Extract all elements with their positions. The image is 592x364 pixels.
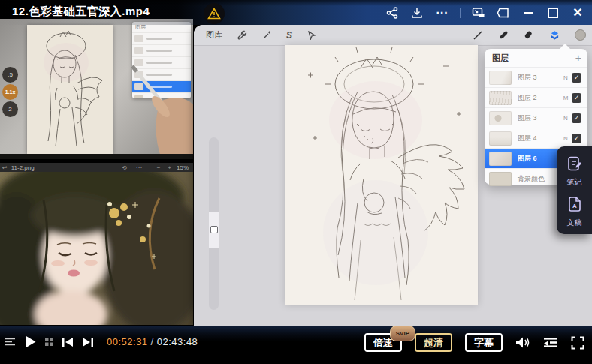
layer-name: 背景颜色 [518, 174, 560, 184]
drawing-app-window: 图库 S [194, 25, 592, 326]
camera-zoom-button-2x[interactable]: 2 [2, 101, 18, 117]
playback-speed-button[interactable]: 倍速 SVIP [364, 333, 402, 352]
layers-panel-caret [560, 44, 570, 49]
grid-icon[interactable] [45, 338, 53, 346]
subtitle-button[interactable]: 字幕 [465, 333, 503, 352]
brush-icon[interactable] [498, 30, 509, 41]
more-options-icon[interactable]: ⋯ [435, 6, 449, 20]
layer-name: 图层 6 [518, 154, 560, 164]
close-icon[interactable]: ✕ [571, 6, 584, 20]
viewer-more-icon[interactable]: ⋯ [136, 164, 142, 171]
layer-thumbnail [489, 111, 512, 125]
layer-row[interactable]: 图层 3 N ✓ [485, 107, 587, 128]
svip-badge: SVIP [390, 326, 415, 341]
layer-thumbnail [489, 131, 512, 146]
viewer-zoom-out-icon[interactable]: − [157, 164, 161, 171]
titlebar-controls: ⋯ ✕ [385, 6, 584, 20]
documents-icon: A [566, 196, 583, 215]
share-icon[interactable] [385, 6, 399, 20]
total-duration: 02:43:48 [157, 336, 198, 347]
layer-blend-mode[interactable]: N [560, 115, 572, 122]
side-tools-panel: 笔记 A 文稿 [557, 146, 592, 234]
previous-button[interactable] [62, 337, 74, 347]
viewer-filename: 11-2.png [11, 164, 35, 171]
play-button[interactable] [24, 335, 37, 349]
layer-blend-mode[interactable]: M [560, 95, 572, 101]
fullscreen-icon[interactable] [571, 336, 584, 350]
viewer-back-icon[interactable]: ↩ [2, 164, 8, 171]
time-separator: / [151, 336, 154, 347]
svg-text:A: A [572, 203, 577, 209]
layer-name: 图层 3 [518, 113, 560, 123]
layer-visibility-checkbox[interactable]: ✓ [572, 134, 581, 143]
actions-wrench-icon[interactable] [237, 30, 247, 41]
layer-row[interactable]: 图层 4 N ✓ [485, 128, 587, 148]
color-picker-icon[interactable] [575, 29, 586, 41]
documents-button[interactable]: A 文稿 [557, 196, 592, 228]
download-icon[interactable] [410, 6, 424, 20]
camera-layer-row[interactable] [132, 32, 191, 44]
documents-label: 文稿 [567, 218, 582, 228]
gallery-button[interactable]: 图库 [206, 29, 222, 41]
layer-row[interactable]: 图层 3 N ✓ [485, 67, 587, 87]
camera-bottom-strip [0, 154, 193, 159]
reference-illustration-image [0, 172, 193, 325]
video-player-frame: 图层 .5 1.1x 2 ↩ 11-2.png ⟲ ⋯ − + [0, 0, 592, 364]
layer-visibility-checkbox[interactable]: ✓ [572, 73, 581, 83]
drawing-canvas[interactable] [285, 45, 478, 305]
dock-to-side-icon[interactable] [497, 6, 510, 20]
camera-layer-row[interactable] [132, 44, 191, 56]
layers-panel-title: 图层 [492, 53, 509, 64]
camera-view-of-ipad: 图层 .5 1.1x 2 [0, 19, 193, 159]
layer-row[interactable]: 图层 2 M ✓ [485, 87, 587, 107]
viewer-zoom-level: 15% [177, 164, 189, 171]
layer-thumbnail [489, 152, 512, 166]
warning-triangle-logo [204, 3, 225, 24]
titlebar-separator [460, 8, 461, 18]
layer-blend-mode[interactable]: N [560, 135, 572, 142]
time-display: 00:52:31/02:43:48 [107, 336, 198, 347]
play-queue-icon[interactable] [543, 337, 558, 348]
notes-button[interactable]: 笔记 [557, 155, 592, 188]
current-time: 00:52:31 [107, 336, 148, 347]
drawing-app-toolbar: 图库 S [194, 25, 592, 46]
layer-name: 图层 3 [518, 73, 560, 83]
video-title: 12.色彩基础五官深入.mp4 [12, 5, 150, 19]
add-layer-button[interactable]: + [575, 53, 581, 63]
picture-in-picture-icon[interactable] [472, 6, 485, 20]
layer-thumbnail [489, 71, 512, 85]
player-control-bar: 00:52:31/02:43:48 倍速 SVIP 超清 字幕 [0, 326, 592, 364]
layer-blend-mode[interactable]: N [560, 74, 572, 81]
camera-zoom-button-current[interactable]: 1.1x [2, 84, 18, 100]
minimize-icon[interactable] [521, 6, 535, 20]
volume-icon[interactable] [515, 336, 530, 349]
camera-zoom-button-half[interactable]: .5 [2, 67, 18, 83]
image-viewer-toolbar: ↩ 11-2.png ⟲ ⋯ − + 15% [0, 163, 193, 172]
adjustments-wand-icon[interactable] [261, 30, 272, 41]
sidebar-modify-button[interactable] [210, 226, 218, 233]
viewer-rotate-icon[interactable]: ⟲ [122, 164, 127, 171]
layer-thumbnail [489, 91, 512, 105]
layer-visibility-checkbox[interactable]: ✓ [572, 93, 581, 103]
brush-size-sidebar[interactable] [209, 137, 219, 310]
selection-tool-icon[interactable]: S [286, 30, 292, 41]
camera-artwork-sketch [27, 25, 113, 154]
playlist-icon[interactable] [5, 337, 16, 347]
layer-thumbnail [489, 172, 512, 186]
eraser-icon[interactable] [524, 30, 534, 41]
quality-button[interactable]: 超清 [415, 333, 452, 352]
layer-visibility-checkbox[interactable]: ✓ [572, 113, 581, 123]
transform-arrow-icon[interactable] [307, 30, 317, 41]
notes-label: 笔记 [567, 177, 582, 188]
layers-icon-active[interactable] [549, 30, 560, 41]
stroke-tool-icon[interactable] [473, 30, 483, 41]
notes-icon [566, 155, 583, 175]
layer-name: 图层 2 [518, 93, 560, 103]
viewer-zoom-in-icon[interactable]: + [168, 164, 171, 171]
next-button[interactable] [82, 337, 94, 347]
maximize-icon[interactable] [546, 6, 560, 20]
layer-name: 图层 4 [518, 134, 560, 143]
hand-with-stylus [126, 60, 193, 159]
